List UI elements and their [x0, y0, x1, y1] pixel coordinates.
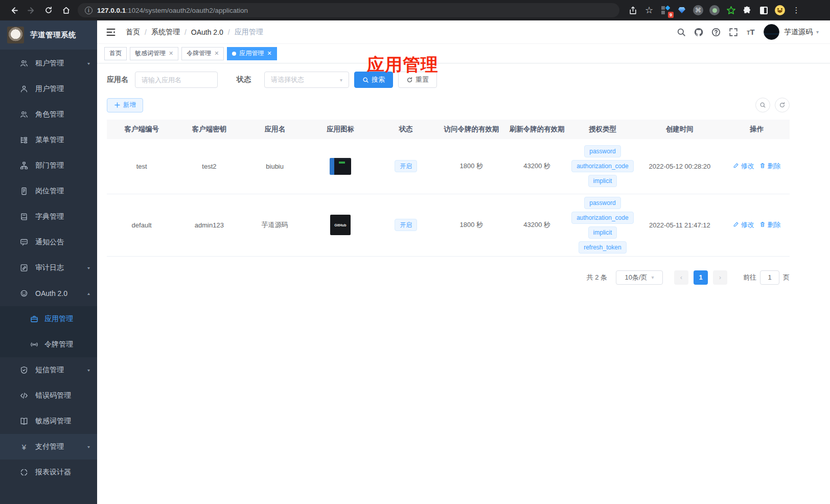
sidebar-item-label: 岗位管理: [35, 187, 64, 196]
sidebar-item-errorcode[interactable]: 错误码管理: [0, 383, 97, 408]
cell-actions: 修改 删除: [724, 139, 790, 194]
cell-access-ttl: 1800 秒: [439, 194, 504, 256]
col-status: 状态: [373, 120, 439, 139]
sidebar-item-menu[interactable]: 菜单管理: [0, 127, 97, 153]
site-info-icon[interactable]: i: [85, 7, 93, 14]
app-title: 芋道管理系统: [30, 30, 76, 40]
fullscreen-icon[interactable]: [725, 24, 742, 41]
dark-mode-extension-icon[interactable]: [757, 4, 770, 17]
cell-access-ttl: 1800 秒: [439, 139, 504, 194]
sidebar-item-dept[interactable]: 部门管理: [0, 153, 97, 178]
sidebar-item-label: 字典管理: [35, 212, 64, 221]
total-count: 共 2 条: [587, 273, 607, 282]
chevron-down-icon: ▾: [87, 61, 90, 66]
recorder-extension-icon[interactable]: [708, 4, 721, 17]
github-icon[interactable]: [690, 24, 707, 41]
main-panel: 首页 / 系统管理 / OAuth 2.0 / 应用管理 TT: [97, 20, 830, 504]
sidebar-item-oauth[interactable]: OAuth 2.0 ▴: [0, 281, 97, 306]
emoji-extension-icon[interactable]: [773, 4, 787, 17]
tab-token[interactable]: 令牌管理 ✕: [181, 47, 224, 60]
sidebar-item-sms[interactable]: 短信管理 ▾: [0, 357, 97, 383]
sidebar-item-oauth-token[interactable]: 令牌管理: [0, 332, 97, 357]
back-button[interactable]: [6, 3, 21, 18]
breadcrumb-home[interactable]: 首页: [126, 28, 140, 37]
status-select[interactable]: 请选择状态 ▾: [264, 72, 349, 88]
sidebar-item-dict[interactable]: 字典管理: [0, 204, 97, 230]
delete-link[interactable]: 删除: [759, 221, 781, 228]
filter-form: 应用名 状态 请选择状态 ▾ 搜索 重置: [107, 72, 790, 88]
sidebar-collapse-icon[interactable]: [104, 26, 118, 39]
url-host: 127.0.0.1: [97, 7, 126, 14]
sidebar-item-role[interactable]: 角色管理: [0, 102, 97, 127]
page-size-select[interactable]: 10条/页 ▾: [616, 270, 663, 285]
green-star-extension-icon[interactable]: [724, 4, 737, 17]
puzzle-extensions-icon[interactable]: [741, 4, 754, 17]
col-grant-types: 授权类型: [570, 120, 635, 139]
sidebar-item-audit-log[interactable]: 审计日志 ▾: [0, 255, 97, 281]
tab-label: 应用管理: [239, 49, 264, 58]
grant-tag: authorization_code: [571, 212, 633, 224]
delete-link[interactable]: 删除: [759, 162, 781, 170]
col-secret: 客户端密钥: [176, 120, 242, 139]
edit-link[interactable]: 修改: [733, 221, 754, 228]
reload-button[interactable]: [41, 3, 56, 18]
prev-page-button[interactable]: ‹: [674, 270, 688, 285]
edit-link[interactable]: 修改: [733, 162, 754, 170]
forward-button[interactable]: [24, 3, 39, 18]
sidebar-item-user[interactable]: 用户管理: [0, 76, 97, 102]
bookmark-star-icon[interactable]: ☆: [642, 4, 656, 17]
breadcrumb-oauth[interactable]: OAuth 2.0: [191, 28, 223, 36]
add-button-label: 新增: [123, 101, 136, 109]
browser-menu-icon[interactable]: ⋮: [790, 4, 803, 17]
next-page-button[interactable]: ›: [713, 270, 727, 285]
sidebar-item-sensitive-word[interactable]: 敏感词管理: [0, 408, 97, 434]
extension-blocks-icon[interactable]: 9: [659, 4, 672, 17]
status-label: 状态: [237, 75, 251, 84]
tab-application[interactable]: 应用管理 ✕: [227, 47, 276, 60]
org-tree-icon: [19, 161, 29, 170]
page-number-1[interactable]: 1: [694, 270, 708, 285]
cell-secret: test2: [176, 139, 242, 194]
tenant-users-icon: [19, 59, 29, 68]
refresh-icon[interactable]: [775, 98, 790, 112]
tab-sensitive-word[interactable]: 敏感词管理 ✕: [130, 47, 178, 60]
url-bar[interactable]: i 127.0.0.1:1024/system/oauth2/oauth2/ap…: [78, 3, 619, 17]
translate-extension-icon[interactable]: ⌘: [691, 4, 705, 17]
sidebar-item-oauth-application[interactable]: 应用管理: [0, 306, 97, 332]
table-row: default admin123 芋道源码 GitHub 开启 1800 秒 4…: [107, 194, 790, 256]
app-name-input[interactable]: [135, 72, 218, 88]
sidebar-item-post[interactable]: 岗位管理: [0, 178, 97, 204]
navbar-actions: TT 芋道源码 ▾: [673, 24, 819, 41]
sidebar-item-pay[interactable]: ¥ 支付管理 ▾: [0, 434, 97, 460]
toggle-search-icon[interactable]: [755, 98, 770, 112]
user-avatar[interactable]: [764, 24, 779, 40]
status-select-placeholder: 请选择状态: [271, 75, 304, 84]
help-icon[interactable]: [707, 24, 725, 41]
grant-tag: password: [584, 197, 620, 209]
breadcrumb-current: 应用管理: [235, 28, 263, 37]
user-menu-caret-icon[interactable]: ▾: [816, 29, 819, 35]
close-icon[interactable]: ✕: [214, 50, 219, 57]
top-navbar: 首页 / 系统管理 / OAuth 2.0 / 应用管理 TT: [97, 20, 830, 44]
sidebar-item-label: 短信管理: [35, 365, 64, 375]
chevron-down-icon: ▾: [652, 274, 654, 280]
search-icon[interactable]: [673, 24, 690, 41]
breadcrumb-system[interactable]: 系统管理: [151, 28, 180, 37]
tab-home[interactable]: 首页: [104, 47, 127, 60]
goto-page-input[interactable]: [760, 270, 779, 285]
active-dot: [232, 52, 236, 56]
sidebar-item-report-designer[interactable]: 报表设计器: [0, 460, 97, 485]
role-users-icon: [19, 110, 29, 119]
sidebar-item-notice[interactable]: 通知公告: [0, 230, 97, 255]
add-button[interactable]: 新增: [107, 98, 143, 112]
gem-extension-icon[interactable]: [675, 4, 688, 17]
home-button[interactable]: [58, 3, 74, 18]
close-icon[interactable]: ✕: [267, 50, 271, 57]
app-name-label: 应用名: [107, 75, 128, 84]
font-size-icon[interactable]: TT: [742, 24, 759, 41]
breadcrumb-separator: /: [228, 28, 230, 36]
close-icon[interactable]: ✕: [169, 50, 173, 57]
sidebar-item-tenant[interactable]: 租户管理 ▾: [0, 51, 97, 76]
app-logo[interactable]: 芋道管理系统: [0, 20, 97, 50]
share-icon[interactable]: [626, 4, 639, 17]
